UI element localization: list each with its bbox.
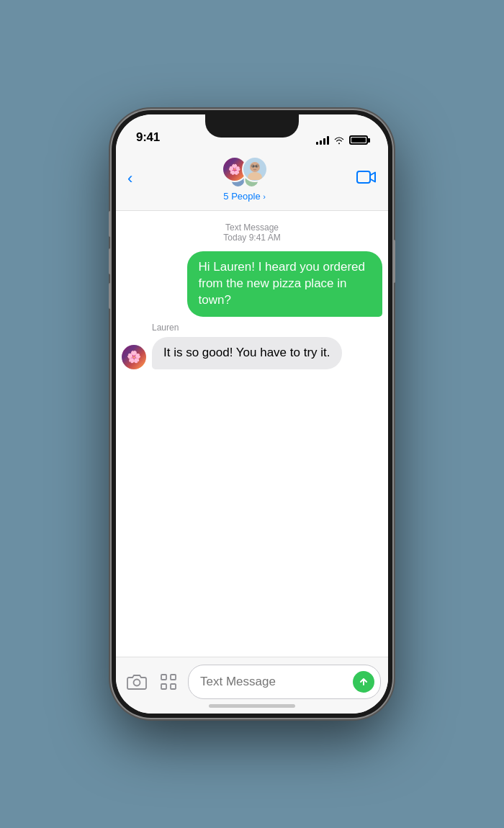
messages-area[interactable]: Text Message Today 9:41 AM Hi Lauren! I …: [116, 211, 388, 657]
incoming-message-row: 🌸 It is so good! You have to try it.: [122, 337, 382, 369]
video-call-button[interactable]: [356, 169, 377, 189]
message-type-label: Text Message: [122, 222, 382, 233]
status-bar: 9:41: [116, 114, 388, 150]
group-name: 5 People ›: [223, 191, 266, 202]
avatar-2: [242, 156, 268, 182]
phone-frame: 9:41 ‹: [112, 110, 392, 718]
battery-icon: [349, 135, 368, 145]
signal-icon: [316, 136, 329, 145]
sender-avatar: 🌸: [122, 345, 146, 369]
group-chevron-icon: ›: [263, 192, 266, 201]
group-info[interactable]: 🌸: [222, 156, 268, 202]
back-button[interactable]: ‹: [127, 172, 132, 186]
avatar-group: 🌸: [222, 156, 268, 188]
message-meta: Text Message Today 9:41 AM: [122, 222, 382, 243]
svg-point-1: [248, 172, 262, 180]
sender-name-label: Lauren: [152, 323, 382, 333]
send-button[interactable]: [353, 671, 374, 693]
text-input-container[interactable]: [188, 665, 381, 699]
text-message-input[interactable]: [200, 675, 353, 689]
phone-screen: 9:41 ‹: [116, 114, 388, 714]
svg-rect-7: [357, 171, 370, 183]
status-icons: [316, 135, 368, 145]
incoming-bubble: It is so good! You have to try it.: [152, 337, 342, 369]
status-time: 9:41: [136, 130, 160, 145]
outgoing-message-row: Hi Lauren! I heard you ordered from the …: [122, 251, 382, 317]
message-time-label: Today 9:41 AM: [122, 233, 382, 243]
notch: [205, 114, 299, 138]
svg-point-8: [134, 680, 140, 686]
wifi-icon: [333, 136, 345, 145]
camera-button[interactable]: [125, 670, 149, 694]
apps-button[interactable]: [156, 670, 181, 694]
back-chevron-icon: ‹: [127, 171, 132, 186]
svg-point-0: [250, 162, 260, 172]
outgoing-bubble: Hi Lauren! I heard you ordered from the …: [187, 251, 383, 317]
nav-header: ‹ 🌸: [116, 150, 388, 211]
home-indicator: [209, 704, 295, 708]
